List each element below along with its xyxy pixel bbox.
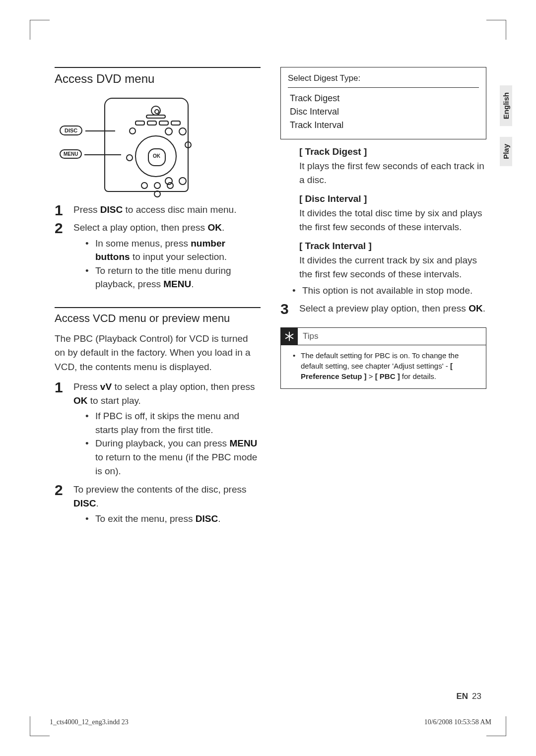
t: .	[191, 279, 194, 289]
t: Press	[73, 381, 100, 392]
osd-title: Select Digest Type:	[288, 71, 479, 88]
bullet: If PBC is off, it skips the menu and sta…	[85, 409, 261, 437]
t: to start play.	[88, 395, 141, 406]
step-text: Press DISC to access disc main menu.	[73, 203, 261, 217]
t: Select a play option, then press	[73, 222, 207, 233]
kw-disc: DISC	[196, 513, 218, 524]
timestamp: 10/6/2008 10:53:58 AM	[424, 718, 491, 726]
t: for details.	[400, 372, 436, 380]
t: .	[483, 303, 485, 314]
heading-access-dvd: Access DVD menu	[55, 67, 261, 86]
disc-button-label: DISC	[60, 126, 82, 135]
asterisk-icon	[281, 328, 298, 345]
osd-panel: Select Digest Type: Track Digest Disc In…	[280, 67, 486, 139]
option-desc: It plays the ﬁrst few seconds of each tr…	[299, 159, 486, 187]
t: to select a play option, then press	[112, 381, 255, 392]
t: The default setting for PBC is on. To ch…	[301, 351, 459, 370]
tips-text: The default setting for PBC is on. To ch…	[293, 350, 479, 381]
step-number: 3	[280, 302, 292, 316]
t: >	[367, 372, 375, 380]
footer-meta: 1_cts4000_12_eng3.indd 23 10/6/2008 10:5…	[50, 718, 491, 726]
step-2: 2 Select a play option, then press OK. I…	[55, 221, 261, 293]
left-column: Access DVD menu OK DISC MENU 1	[55, 67, 261, 531]
t: to input your selection.	[130, 252, 227, 262]
step-number: 2	[55, 483, 67, 498]
right-column: Select Digest Type: Track Digest Disc In…	[280, 67, 486, 531]
file-name: 1_cts4000_12_eng3.indd 23	[50, 718, 129, 726]
step-text: To preview the contents of the disc, pre…	[73, 483, 261, 528]
option-heading: [ Disc Interval ]	[299, 193, 486, 204]
kw-disc: DISC	[73, 498, 96, 508]
kw: vV	[100, 381, 112, 392]
t: Press	[73, 204, 100, 215]
step-text: Press vV to select a play option, then p…	[73, 380, 261, 480]
intro-text: The PBC (Playback Control) for VCD is tu…	[55, 332, 261, 375]
t: Select a preview play option, then press	[299, 303, 469, 314]
t: To exit the menu, press	[95, 513, 196, 524]
t: In some menus, press	[95, 238, 191, 249]
option-heading: [ Track Interval ]	[299, 241, 486, 252]
step-1: 1 Press DISC to access disc main menu.	[55, 203, 261, 218]
tips-box: Tips The default setting for PBC is on. …	[280, 327, 486, 389]
vcd-step-1: 1 Press vV to select a play option, then…	[55, 380, 261, 480]
page-number: EN23	[456, 692, 481, 701]
osd-option: Track Interval	[288, 119, 479, 132]
osd-option: Track Digest	[288, 92, 479, 105]
asterisk-svg	[284, 331, 295, 342]
bullet: During playback, you can press MENU to r…	[85, 437, 261, 478]
t: .	[96, 498, 98, 508]
osd-option: Disc Interval	[288, 105, 479, 119]
option-heading: [ Track Digest ]	[299, 146, 486, 157]
t: During playback, you can press	[95, 438, 229, 448]
menu-button-label: MENU	[60, 149, 82, 159]
vcd-step-2: 2 To preview the contents of the disc, p…	[55, 483, 261, 528]
bullet: This option is not available in stop mod…	[292, 284, 486, 298]
page-no: 23	[472, 692, 481, 701]
kw-ok: OK	[207, 222, 222, 233]
tips-title: Tips	[303, 328, 319, 344]
option-desc: It divides the total disc time by six an…	[299, 206, 486, 234]
kw: [ PBC ]	[375, 372, 400, 380]
remote-illustration: OK DISC MENU	[55, 95, 203, 194]
kw-menu: MENU	[163, 279, 191, 289]
t: To preview the contents of the disc, pre…	[73, 484, 247, 495]
bullet: To return to the title menu during playb…	[85, 264, 261, 291]
option-desc: It divides the current track by six and …	[299, 253, 486, 281]
heading-access-vcd: Access VCD menu or preview menu	[55, 307, 261, 325]
step-text: Select a play option, then press OK. In …	[73, 221, 261, 293]
step-text: Select a preview play option, then press…	[299, 302, 486, 315]
step-number: 1	[55, 380, 67, 395]
t: .	[218, 513, 220, 524]
kw-disc: DISC	[100, 204, 123, 215]
lang-code: EN	[456, 692, 468, 701]
kw-menu: MENU	[229, 438, 257, 448]
step-number: 2	[55, 221, 67, 236]
kw-ok: OK	[469, 303, 483, 314]
t: to access disc main menu.	[123, 204, 236, 215]
t: .	[222, 222, 224, 233]
kw-ok: OK	[73, 395, 88, 406]
ok-label: OK	[153, 153, 160, 159]
bullet: To exit the menu, press DISC.	[85, 512, 261, 526]
step-3: 3 Select a preview play option, then pre…	[280, 302, 486, 316]
step-number: 1	[55, 203, 67, 218]
bullet: In some menus, press number buttons to i…	[85, 237, 261, 264]
t: to return to the menu (if the PBC mode i…	[95, 452, 257, 476]
